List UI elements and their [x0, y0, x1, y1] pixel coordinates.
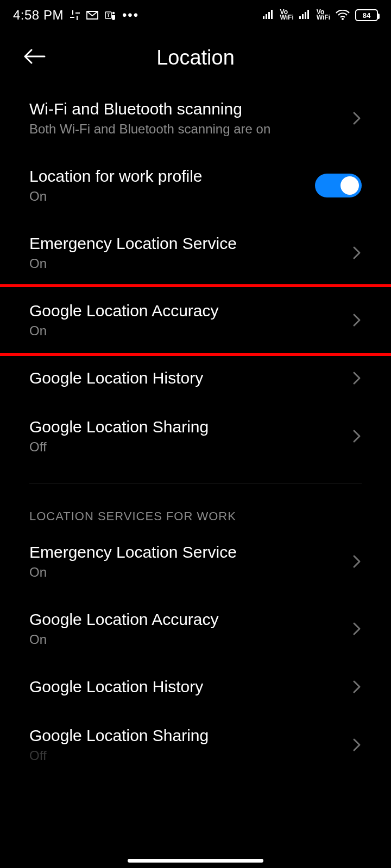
settings-list: Wi-Fi and Bluetooth scanning Both Wi-Fi …	[0, 85, 391, 764]
item-title: Location for work profile	[29, 167, 306, 186]
item-title: Google Location Accuracy	[29, 302, 343, 320]
item-sub: Off	[29, 439, 343, 455]
signal-1-icon	[263, 8, 275, 22]
svg-point-2	[112, 12, 115, 14]
item-title: Google Location Sharing	[29, 418, 343, 436]
item-title: Google Location History	[29, 369, 343, 387]
svg-text:T: T	[107, 12, 110, 18]
status-bar: 4:58 PM T ••• VoWiFi VoWiFi 84	[0, 0, 391, 30]
app-header: Location	[0, 30, 391, 85]
item-sub: Both Wi-Fi and Bluetooth scanning are on	[29, 122, 343, 137]
page-title: Location	[0, 46, 391, 69]
chevron-right-icon	[352, 679, 362, 694]
teams-icon: T	[105, 10, 116, 20]
more-icon: •••	[122, 8, 139, 23]
svg-rect-7	[299, 16, 301, 19]
svg-rect-4	[266, 14, 267, 19]
item-title: Emergency Location Service	[29, 543, 343, 561]
svg-rect-10	[307, 10, 309, 19]
chevron-right-icon	[352, 245, 362, 260]
signal-2-icon	[299, 8, 311, 22]
svg-rect-5	[268, 12, 270, 19]
svg-rect-3	[263, 16, 264, 19]
chevron-right-icon	[352, 737, 362, 752]
chevron-right-icon	[352, 429, 362, 444]
item-google-location-history[interactable]: Google Location History	[0, 354, 391, 403]
vowifi-1-icon: VoWiFi	[280, 10, 294, 20]
svg-point-11	[342, 18, 344, 20]
gmail-icon	[86, 11, 98, 20]
item-title: Emergency Location Service	[29, 234, 343, 253]
svg-rect-6	[271, 10, 273, 19]
home-indicator[interactable]	[128, 859, 263, 863]
item-title: Google Location Sharing	[29, 726, 343, 745]
item-title: Wi-Fi and Bluetooth scanning	[29, 100, 343, 118]
toggle-switch[interactable]	[315, 174, 362, 197]
work-item-google-location-sharing[interactable]: Google Location Sharing Off	[0, 711, 391, 764]
item-sub: On	[29, 256, 343, 271]
item-location-work-profile[interactable]: Location for work profile On	[0, 152, 391, 219]
battery-icon: 84	[355, 9, 378, 21]
chevron-right-icon	[352, 312, 362, 328]
item-sub: On	[29, 189, 306, 204]
work-item-emergency-location-service[interactable]: Emergency Location Service On	[0, 528, 391, 595]
section-header-work: LOCATION SERVICES FOR WORK	[0, 483, 391, 528]
status-time: 4:58 PM	[13, 8, 64, 23]
status-left: 4:58 PM T •••	[13, 8, 139, 23]
slack-icon	[70, 10, 80, 20]
chevron-right-icon	[352, 111, 362, 126]
item-sub: Off	[29, 748, 343, 763]
status-right: VoWiFi VoWiFi 84	[263, 8, 378, 22]
vowifi-2-icon: VoWiFi	[317, 10, 330, 20]
work-item-google-location-history[interactable]: Google Location History	[0, 662, 391, 711]
item-sub: On	[29, 323, 343, 339]
item-google-location-sharing[interactable]: Google Location Sharing Off	[0, 403, 391, 470]
chevron-right-icon	[352, 371, 362, 386]
item-google-location-accuracy[interactable]: Google Location Accuracy On	[0, 286, 391, 354]
item-title: Google Location Accuracy	[29, 610, 343, 629]
chevron-right-icon	[352, 554, 362, 569]
chevron-right-icon	[352, 621, 362, 636]
svg-rect-8	[302, 14, 304, 19]
item-sub: On	[29, 632, 343, 647]
work-item-google-location-accuracy[interactable]: Google Location Accuracy On	[0, 595, 391, 662]
item-sub: On	[29, 565, 343, 580]
item-wifi-bluetooth-scanning[interactable]: Wi-Fi and Bluetooth scanning Both Wi-Fi …	[0, 85, 391, 152]
item-title: Google Location History	[29, 678, 343, 696]
wifi-icon	[336, 10, 350, 21]
svg-rect-9	[305, 12, 306, 19]
item-emergency-location-service[interactable]: Emergency Location Service On	[0, 219, 391, 286]
back-button[interactable]	[24, 48, 46, 67]
